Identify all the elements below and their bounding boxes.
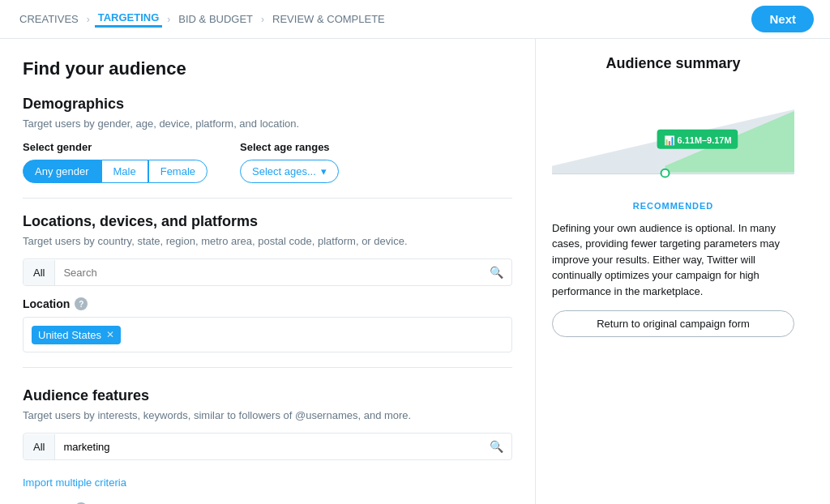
chart-svg: 📊 6.11M–9.17M — [552, 85, 794, 190]
gender-any-button[interactable]: Any gender — [23, 160, 101, 183]
audience-search-row: All 🔍 — [23, 433, 512, 460]
nav-step-targeting[interactable]: TARGETING — [95, 11, 163, 28]
chevron-icon-3: › — [261, 14, 264, 25]
demographics-desc: Target users by gender, age, device, pla… — [23, 117, 512, 130]
audience-chart: 📊 6.11M–9.17M — [552, 85, 794, 193]
audience-all-badge: All — [24, 434, 55, 459]
demographics-title: Demographics — [23, 96, 512, 113]
nav-steps: CREATIVES › TARGETING › BID & BUDGET › R… — [16, 11, 388, 28]
nav-step-creatives[interactable]: CREATIVES — [16, 13, 82, 25]
return-to-original-button[interactable]: Return to original campaign form — [552, 310, 794, 337]
top-nav: CREATIVES › TARGETING › BID & BUDGET › R… — [0, 0, 830, 39]
next-button[interactable]: Next — [751, 6, 814, 32]
location-tag-box[interactable]: United States ✕ — [23, 317, 512, 352]
gender-group: Select gender Any gender Male Female — [23, 141, 208, 183]
audience-features-desc: Target users by interests, keywords, sim… — [23, 409, 512, 421]
divider-1 — [23, 198, 512, 199]
main-layout: Find your audience Demographics Target u… — [0, 39, 830, 504]
location-tag-us-label: United States — [38, 329, 101, 341]
location-label: Location — [23, 297, 70, 310]
chevron-down-icon: ▾ — [321, 165, 327, 177]
nav-step-review[interactable]: REVIEW & COMPLETE — [269, 13, 388, 25]
gender-buttons: Any gender Male Female — [23, 160, 208, 183]
age-group: Select age ranges Select ages... ▾ — [240, 141, 339, 183]
gender-label: Select gender — [23, 141, 208, 153]
summary-title: Audience summary — [552, 55, 794, 72]
locations-search-icon: 🔍 — [481, 259, 511, 285]
age-select-button[interactable]: Select ages... ▾ — [240, 160, 339, 183]
gender-female-button[interactable]: Female — [148, 160, 208, 183]
locations-all-badge: All — [24, 260, 55, 285]
location-tag-us: United States ✕ — [32, 326, 121, 344]
age-label: Select age ranges — [240, 141, 339, 153]
gender-age-row: Select gender Any gender Male Female Sel… — [23, 141, 512, 183]
gender-male-button[interactable]: Male — [101, 160, 148, 183]
location-help-icon[interactable]: ? — [75, 297, 88, 310]
chevron-icon-2: › — [167, 14, 170, 25]
divider-2 — [23, 367, 512, 368]
audience-features-title: Audience features — [23, 387, 512, 404]
left-panel: Find your audience Demographics Target u… — [0, 39, 535, 504]
audience-search-icon: 🔍 — [481, 434, 511, 459]
interests-header: Interests ? ✕ — [23, 500, 512, 504]
location-tag-us-remove[interactable]: ✕ — [106, 329, 114, 340]
location-label-row: Location ? — [23, 297, 512, 310]
interests-close-icon[interactable]: ✕ — [500, 500, 512, 504]
age-select-text: Select ages... — [252, 165, 316, 177]
audience-features-section: Audience features Target users by intere… — [23, 387, 512, 504]
locations-search-row: All 🔍 — [23, 258, 512, 286]
page-title: Find your audience — [23, 58, 512, 79]
locations-desc: Target users by country, state, region, … — [23, 235, 512, 247]
nav-step-bid[interactable]: BID & BUDGET — [175, 13, 256, 25]
audience-search-input[interactable] — [55, 434, 481, 459]
svg-point-3 — [661, 169, 670, 177]
svg-text:📊 6.11M–9.17M: 📊 6.11M–9.17M — [664, 135, 732, 146]
recommended-label: RECOMMENDED — [552, 201, 794, 211]
summary-description: Defining your own audience is optional. … — [552, 220, 794, 300]
locations-title: Locations, devices, and platforms — [23, 213, 512, 230]
right-panel: Audience summary 📊 6.11M–9.17M RECOMMEND… — [535, 39, 811, 504]
chevron-icon-1: › — [87, 14, 90, 25]
locations-search-input[interactable] — [55, 260, 481, 285]
import-multiple-link[interactable]: Import multiple criteria — [23, 476, 126, 489]
